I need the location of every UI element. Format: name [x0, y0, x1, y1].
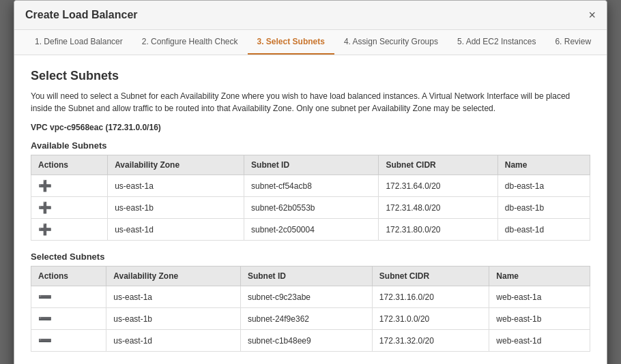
selected-subnets-header-row: Actions Availability Zone Subnet ID Subn… [31, 267, 590, 286]
az-cell: us-east-1d [106, 330, 241, 352]
add-subnet-action[interactable]: ➕ [31, 219, 108, 241]
name-cell: db-east-1d [497, 219, 590, 241]
tabs-bar: 1. Define Load Balancer 2. Configure Hea… [14, 30, 607, 55]
section-description: You will need to select a Subnet for eac… [31, 90, 590, 115]
modal-body: Select Subnets You will need to select a… [14, 55, 607, 364]
add-subnet-action[interactable]: ➕ [31, 197, 108, 219]
cidr-cell: 172.31.0.0/20 [372, 308, 489, 330]
col-actions-avail: Actions [31, 155, 108, 175]
table-row: ➖ us-east-1a subnet-c9c23abe 172.31.16.0… [31, 286, 590, 308]
create-load-balancer-modal: Create Load Balancer × 1. Define Load Ba… [14, 0, 607, 364]
tab-assign-security-groups[interactable]: 4. Assign Security Groups [334, 30, 448, 55]
vpc-label: VPC vpc-c9568eac (172.31.0.0/16) [31, 123, 590, 132]
az-cell: us-east-1b [106, 308, 241, 330]
remove-subnet-action[interactable]: ➖ [31, 330, 106, 352]
selected-subnets-heading: Selected Subnets [31, 252, 590, 262]
col-cidr-sel: Subnet CIDR [372, 267, 489, 286]
remove-icon[interactable]: ➖ [38, 290, 52, 303]
table-row: ➖ us-east-1d subnet-c1b48ee9 172.31.32.0… [31, 330, 590, 352]
section-title: Select Subnets [31, 69, 590, 83]
add-icon[interactable]: ➕ [38, 201, 52, 214]
tab-review[interactable]: 6. Review [545, 30, 601, 55]
modal-overlay: Create Load Balancer × 1. Define Load Ba… [0, 0, 621, 364]
col-name-sel: Name [489, 267, 590, 286]
cidr-cell: 172.31.16.0/20 [372, 286, 489, 308]
az-cell: us-east-1d [108, 219, 244, 241]
table-row: ➕ us-east-1a subnet-cf54acb8 172.31.64.0… [31, 175, 590, 197]
cidr-cell: 172.31.48.0/20 [379, 197, 497, 219]
add-icon[interactable]: ➕ [38, 179, 52, 192]
tab-select-subnets[interactable]: 3. Select Subnets [248, 30, 334, 55]
az-cell: us-east-1a [108, 175, 244, 197]
table-row: ➕ us-east-1b subnet-62b0553b 172.31.48.0… [31, 197, 590, 219]
add-icon[interactable]: ➕ [38, 223, 52, 236]
col-subnet-id-sel: Subnet ID [240, 267, 372, 286]
close-button[interactable]: × [588, 9, 596, 21]
name-cell: web-east-1a [489, 286, 590, 308]
cidr-cell: 172.31.32.0/20 [372, 330, 489, 352]
name-cell: db-east-1b [497, 197, 590, 219]
subnet-id-cell: subnet-62b0553b [244, 197, 379, 219]
modal-title: Create Load Balancer [25, 9, 138, 21]
add-subnet-action[interactable]: ➕ [31, 175, 108, 197]
selected-subnets-table: Actions Availability Zone Subnet ID Subn… [31, 266, 590, 352]
modal-header: Create Load Balancer × [14, 1, 607, 30]
remove-icon[interactable]: ➖ [38, 334, 52, 347]
col-az-sel: Availability Zone [106, 267, 241, 286]
cidr-cell: 172.31.80.0/20 [379, 219, 497, 241]
tab-add-ec2-instances[interactable]: 5. Add EC2 Instances [448, 30, 545, 55]
subnet-id-cell: subnet-2c050004 [244, 219, 379, 241]
col-actions-sel: Actions [31, 267, 106, 286]
name-cell: db-east-1a [497, 175, 590, 197]
col-name-avail: Name [497, 155, 590, 175]
name-cell: web-east-1b [489, 308, 590, 330]
az-cell: us-east-1a [106, 286, 241, 308]
tab-define-load-balancer[interactable]: 1. Define Load Balancer [25, 30, 132, 55]
tab-configure-health-check[interactable]: 2. Configure Health Check [132, 30, 248, 55]
subnet-id-cell: subnet-cf54acb8 [244, 175, 379, 197]
name-cell: web-east-1d [489, 330, 590, 352]
az-cell: us-east-1b [108, 197, 244, 219]
table-row: ➕ us-east-1d subnet-2c050004 172.31.80.0… [31, 219, 590, 241]
available-subnets-header-row: Actions Availability Zone Subnet ID Subn… [31, 155, 590, 175]
cidr-cell: 172.31.64.0/20 [379, 175, 497, 197]
remove-icon[interactable]: ➖ [38, 312, 52, 325]
remove-subnet-action[interactable]: ➖ [31, 286, 106, 308]
col-az-avail: Availability Zone [108, 155, 244, 175]
table-row: ➖ us-east-1b subnet-24f9e362 172.31.0.0/… [31, 308, 590, 330]
col-subnet-id-avail: Subnet ID [244, 155, 379, 175]
remove-subnet-action[interactable]: ➖ [31, 308, 106, 330]
subnet-id-cell: subnet-c1b48ee9 [240, 330, 372, 352]
available-subnets-table: Actions Availability Zone Subnet ID Subn… [31, 155, 590, 241]
col-cidr-avail: Subnet CIDR [379, 155, 497, 175]
subnet-id-cell: subnet-24f9e362 [240, 308, 372, 330]
subnet-id-cell: subnet-c9c23abe [240, 286, 372, 308]
available-subnets-heading: Available Subnets [31, 140, 590, 151]
